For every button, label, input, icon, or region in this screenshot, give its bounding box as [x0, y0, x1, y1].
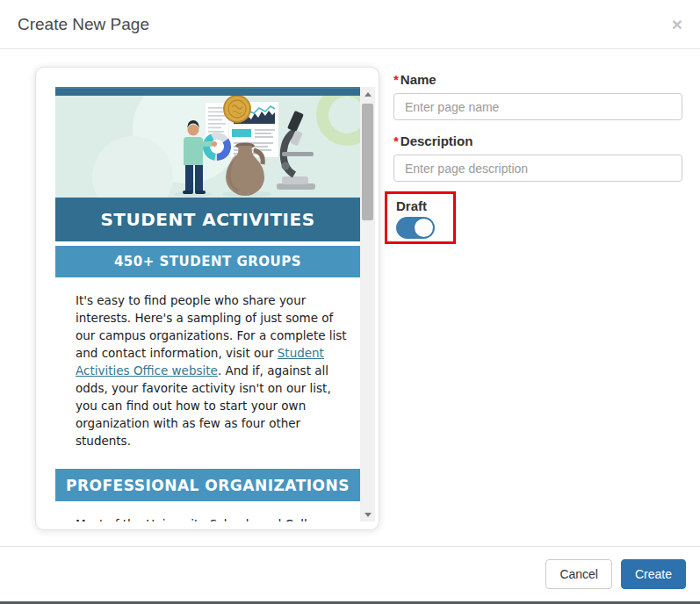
create-new-page-modal: Create New Page × [0, 0, 700, 604]
draft-toggle[interactable] [396, 217, 435, 239]
required-asterisk: * [393, 72, 399, 87]
name-label: *Name [393, 72, 682, 87]
preview-top-bar [55, 87, 360, 96]
gold-coin-icon [224, 96, 250, 122]
toggle-knob [415, 219, 433, 237]
name-field-group: *Name [393, 72, 682, 120]
create-button[interactable]: Create [621, 559, 686, 589]
preview-paragraph: It's easy to find people who share your … [55, 291, 360, 449]
preview-clipped-text: Most of the University Schools and Colle… [55, 515, 360, 521]
preview-scrollbar[interactable] [360, 87, 375, 521]
scroll-down-arrow-icon[interactable] [360, 507, 375, 521]
preview-content: STUDENT ACTIVITIES 450+ STUDENT GROUPS I… [55, 87, 360, 521]
preview-banner-subtitle: 450+ STUDENT GROUPS [55, 246, 360, 277]
create-page-form: *Name *Description Draft [393, 72, 682, 244]
preview-viewport: STUDENT ACTIVITIES 450+ STUDENT GROUPS I… [55, 87, 375, 521]
draft-label: Draft [396, 198, 453, 213]
campus-illustration [55, 96, 360, 198]
page-preview-card: STUDENT ACTIVITIES 450+ STUDENT GROUPS I… [35, 67, 379, 530]
modal-header: Create New Page × [0, 0, 700, 49]
required-asterisk: * [393, 133, 399, 148]
preview-section-heading: PROFESSIONAL ORGANIZATIONS [55, 469, 360, 501]
cancel-button[interactable]: Cancel [545, 559, 612, 589]
scrollbar-thumb[interactable] [362, 104, 373, 220]
description-field-group: *Description [393, 133, 682, 182]
scroll-up-arrow-icon[interactable] [360, 87, 375, 101]
modal-footer: Cancel Create [0, 546, 700, 601]
close-icon[interactable]: × [672, 15, 682, 33]
page-title: Create New Page [18, 15, 149, 34]
modal-body: STUDENT ACTIVITIES 450+ STUDENT GROUPS I… [0, 49, 700, 546]
page-description-input[interactable] [393, 155, 682, 182]
preview-banner-title: STUDENT ACTIVITIES [55, 198, 360, 241]
page-name-input[interactable] [393, 93, 682, 120]
description-label: *Description [393, 133, 682, 148]
draft-annotation-highlight-box: Draft [385, 191, 456, 244]
